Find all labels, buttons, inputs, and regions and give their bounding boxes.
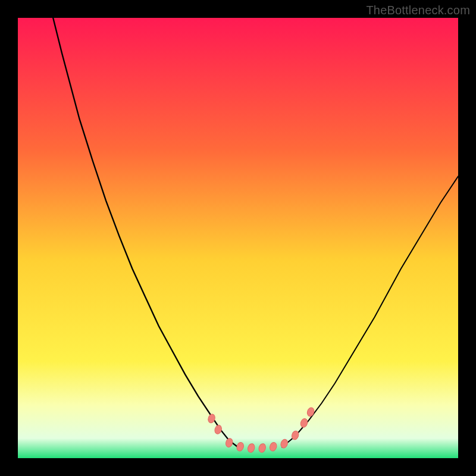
plot-area — [18, 18, 458, 458]
chart-svg — [18, 18, 458, 458]
watermark-text: TheBottleneck.com — [366, 4, 470, 17]
chart-frame: TheBottleneck.com — [0, 0, 476, 476]
gradient-background — [18, 18, 458, 458]
